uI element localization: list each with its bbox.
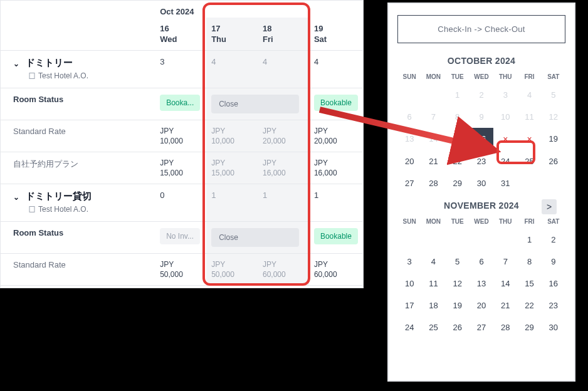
calendar-day[interactable]: 12 — [446, 273, 470, 295]
calendar-day[interactable]: 28 — [493, 316, 517, 338]
next-month-button[interactable]: > — [542, 199, 557, 214]
calendar-panel: Check-In -> Check-Out OCTOBER 2024SUNMON… — [387, 3, 575, 382]
calendar-dow: FRI — [517, 214, 541, 229]
calendar-day[interactable]: 27 — [470, 316, 493, 338]
rate-cell[interactable]: JPY20,000 — [258, 120, 309, 152]
calendar-day[interactable]: 3 — [397, 251, 421, 273]
calendar-day: 11 — [517, 106, 541, 128]
calendar-day[interactable]: 31 — [493, 172, 517, 194]
availability-cell[interactable]: 1 — [309, 184, 363, 222]
calendar-day[interactable]: 20 — [470, 295, 493, 316]
calendar-dow: MON — [421, 70, 445, 84]
calendar-day[interactable]: 14 — [493, 273, 517, 295]
calendar-day[interactable]: 25 — [421, 316, 445, 338]
calendar-day[interactable]: 13 — [470, 273, 493, 295]
rate-cell[interactable]: JPY15,000 — [206, 152, 258, 184]
rate-cell[interactable]: JPY15,000 — [155, 152, 206, 184]
room-type-cell[interactable]: ⌃ドミトリー貸切Test Hotel A.O. — [1, 184, 155, 222]
chevron-down-icon: ⌃ — [13, 192, 19, 201]
calendar-day[interactable]: 26 — [446, 316, 470, 338]
hotel-name: Test Hotel A.O. — [38, 71, 88, 80]
rate-plan-label: 自社予約用プラン — [1, 152, 155, 184]
status-cell[interactable]: No Inv... — [155, 222, 206, 254]
calendar-day[interactable]: 24 — [493, 150, 517, 172]
calendar-day: 4 — [517, 84, 541, 106]
rate-cell[interactable]: JPY50,000 — [206, 254, 258, 286]
availability-cell[interactable]: 4 — [309, 51, 363, 88]
calendar-day[interactable]: 23 — [470, 150, 493, 172]
calendar-day[interactable]: 25 — [517, 150, 541, 172]
calendar-day[interactable]: 5 — [446, 251, 470, 273]
calendar-day[interactable]: 19 — [446, 295, 470, 316]
rate-cell[interactable]: JPY16,000 — [258, 152, 309, 184]
hotel-name: Test Hotel A.O. — [38, 205, 88, 214]
status-cell[interactable]: Bookable — [309, 88, 363, 120]
date-header-row: 16Wed17Thu18Fri19Sat — [1, 18, 363, 51]
calendar-day[interactable]: 11 — [421, 273, 445, 295]
calendar-day: 7 — [421, 106, 445, 128]
status-cell[interactable]: Booka... — [155, 88, 206, 120]
rate-cell[interactable]: JPY20,000 — [309, 120, 363, 152]
rate-cell[interactable]: JPY60,000 — [258, 254, 309, 286]
calendar-day[interactable]: 19 — [542, 128, 565, 150]
date-header-col: 16Wed — [155, 18, 206, 51]
calendar-month: NOVEMBER 2024>SUNMONTUEWEDTHUFRISAT 1234… — [397, 201, 565, 338]
rate-cell[interactable]: JPY10,000 — [206, 120, 258, 152]
calendar-day[interactable]: 4 — [421, 251, 445, 273]
rate-cell[interactable]: JPY16,000 — [309, 152, 363, 184]
rate-cell[interactable]: JPY50,000 — [155, 254, 206, 286]
calendar-day[interactable]: 6 — [470, 251, 493, 273]
calendar-day[interactable]: 7 — [493, 251, 517, 273]
calendar-dow: TUE — [446, 214, 470, 229]
calendar-dow: SUN — [397, 214, 421, 229]
calendar-dow: FRI — [517, 70, 541, 84]
availability-cell[interactable]: 1 — [206, 184, 258, 222]
calendar-day[interactable]: 16 — [542, 273, 565, 295]
calendar-day: 8 — [446, 106, 470, 128]
calendar-day-closed[interactable]: × — [493, 128, 517, 150]
calendar-day[interactable]: 24 — [397, 316, 421, 338]
calendar-day[interactable]: 16 — [470, 128, 493, 150]
calendar-day[interactable]: 17 — [397, 295, 421, 316]
rate-cell[interactable]: JPY60,000 — [309, 254, 363, 286]
availability-cell[interactable]: 4 — [206, 51, 258, 88]
calendar-dow: MON — [421, 214, 445, 229]
calendar-day[interactable]: 2 — [542, 229, 565, 251]
rate-cell[interactable]: JPY10,000 — [155, 120, 206, 152]
calendar-dow: THU — [493, 214, 517, 229]
calendar-day[interactable]: 26 — [542, 150, 565, 172]
calendar-dow: WED — [470, 70, 493, 84]
calendar-day[interactable]: 9 — [542, 251, 565, 273]
calendar-day[interactable]: 10 — [397, 273, 421, 295]
calendar-day[interactable]: 18 — [421, 295, 445, 316]
availability-cell[interactable]: 0 — [155, 184, 206, 222]
calendar-day[interactable]: 15 — [517, 273, 541, 295]
calendar-day[interactable]: 28 — [421, 172, 445, 194]
room-type-cell[interactable]: ⌃ドミトリーTest Hotel A.O. — [1, 51, 155, 88]
availability-cell[interactable]: 1 — [258, 184, 309, 222]
calendar-day[interactable]: 27 — [397, 172, 421, 194]
calendar-dow: TUE — [446, 70, 470, 84]
calendar-day[interactable]: 29 — [517, 316, 541, 338]
calendar-day[interactable]: 8 — [517, 251, 541, 273]
availability-cell[interactable]: 4 — [258, 51, 309, 88]
availability-cell[interactable]: 3 — [155, 51, 206, 88]
calendar-day[interactable]: 30 — [542, 316, 565, 338]
calendar-day[interactable]: 1 — [517, 229, 541, 251]
room-type-name: ドミトリー — [26, 57, 73, 69]
calendar-dow: SAT — [542, 70, 565, 84]
status-cell[interactable]: Bookable — [309, 222, 363, 254]
calendar-day-closed[interactable]: × — [517, 128, 541, 150]
calendar-day[interactable]: 29 — [446, 172, 470, 194]
calendar-day[interactable]: 21 — [421, 150, 445, 172]
calendar-day[interactable]: 23 — [542, 295, 565, 316]
calendar-day[interactable]: 20 — [397, 150, 421, 172]
status-cell-close[interactable]: Close — [206, 222, 309, 254]
calendar-day[interactable]: 21 — [493, 295, 517, 316]
calendar-day: 2 — [470, 84, 493, 106]
status-cell-close[interactable]: Close — [206, 88, 309, 120]
calendar-day[interactable]: 30 — [470, 172, 493, 194]
calendar-day: 1 — [446, 84, 470, 106]
calendar-day[interactable]: 22 — [446, 150, 470, 172]
calendar-day[interactable]: 22 — [517, 295, 541, 316]
